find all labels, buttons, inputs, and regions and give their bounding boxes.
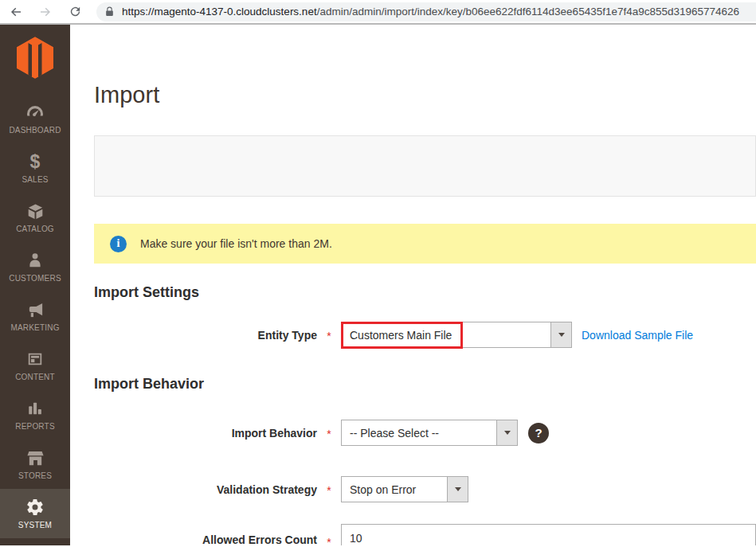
sidebar-item-label: SYSTEM — [18, 521, 52, 529]
dashboard-gauge-icon — [25, 103, 45, 122]
lock-icon — [104, 6, 115, 17]
required-asterisk: * — [317, 533, 341, 545]
back-arrow-icon — [9, 5, 23, 19]
entity-type-select[interactable]: Customers Main File — [341, 322, 572, 348]
admin-sidebar: DASHBOARD $ SALES CATALOG CUSTOMERS — [0, 25, 70, 545]
sidebar-item-label: DASHBOARD — [9, 126, 61, 135]
import-behavior-row: Import Behavior * -- Please Select -- ? — [94, 420, 756, 446]
info-icon: i — [110, 236, 127, 252]
sidebar-item-reports[interactable]: REPORTS — [0, 390, 70, 440]
help-tooltip-icon[interactable]: ? — [528, 423, 549, 443]
url-bar[interactable]: https://magento-4137-0.cloudclusters.net… — [96, 2, 756, 21]
sidebar-item-content[interactable]: CONTENT — [0, 341, 70, 390]
find-partners-cluster-icon — [25, 543, 45, 545]
forward-arrow-icon — [38, 5, 53, 19]
required-asterisk: * — [317, 327, 341, 342]
page-actions-toolbar — [94, 135, 756, 197]
catalog-box-icon — [26, 201, 45, 221]
magento-logo-icon — [17, 37, 53, 79]
sidebar-item-label: REPORTS — [15, 422, 55, 431]
import-behavior-dropdown-button[interactable] — [496, 420, 517, 445]
chevron-down-icon — [504, 431, 511, 435]
entity-type-dropdown-button[interactable] — [550, 322, 571, 347]
import-behavior-selected-value: -- Please Select -- — [342, 420, 496, 445]
sidebar-item-label: CUSTOMERS — [9, 274, 61, 283]
entity-type-selected-value: Customers Main File — [342, 322, 550, 347]
validation-strategy-row: Validation Strategy * Stop on Error — [94, 476, 756, 502]
browser-toolbar: https://magento-4137-0.cloudclusters.net… — [0, 0, 756, 25]
customers-person-icon — [26, 251, 44, 270]
reports-barchart-icon — [26, 399, 44, 418]
download-sample-file-link[interactable]: Download Sample File — [582, 329, 693, 342]
sidebar-item-stores[interactable]: STORES — [0, 440, 70, 489]
url-origin: https://magento-4137-0.cloudclusters.net — [122, 6, 317, 18]
sidebar-item-dashboard[interactable]: DASHBOARD — [0, 94, 70, 143]
allowed-errors-count-input[interactable] — [341, 524, 756, 545]
browser-forward-button[interactable] — [37, 4, 53, 20]
sidebar-item-sales[interactable]: $ SALES — [0, 143, 70, 193]
sales-dollar-icon: $ — [30, 152, 41, 171]
main-content: Import i Make sure your file isn't more … — [70, 25, 756, 545]
section-title-import-settings: Import Settings — [94, 283, 756, 301]
stores-storefront-icon — [26, 448, 45, 467]
content-layout-icon — [26, 350, 44, 369]
section-title-import-behavior: Import Behavior — [94, 375, 756, 393]
sidebar-item-label: CONTENT — [15, 373, 55, 381]
entity-type-row: Entity Type * Customers Main File Downlo… — [94, 322, 756, 348]
page-title: Import — [94, 81, 756, 109]
sidebar-item-label: CATALOG — [16, 225, 54, 233]
import-behavior-label: Import Behavior — [94, 427, 317, 440]
allowed-errors-count-label: Allowed Errors Count — [94, 533, 317, 545]
sidebar-item-system[interactable]: SYSTEM — [0, 489, 70, 538]
sidebar-item-marketing[interactable]: MARKETING — [0, 291, 70, 341]
sidebar-item-find-partners[interactable] — [0, 538, 70, 545]
magento-logo[interactable] — [17, 37, 53, 82]
sidebar-item-customers[interactable]: CUSTOMERS — [0, 242, 70, 291]
chevron-down-icon — [558, 333, 565, 337]
sidebar-item-catalog[interactable]: CATALOG — [0, 193, 70, 242]
browser-reload-button[interactable] — [67, 4, 83, 20]
reload-icon — [69, 5, 82, 18]
url-path: /admin/admin/import/index/key/b06ee622fd… — [317, 6, 739, 18]
validation-strategy-label: Validation Strategy — [94, 483, 317, 496]
required-asterisk: * — [317, 425, 341, 440]
validation-strategy-dropdown-button[interactable] — [447, 477, 468, 502]
entity-type-label: Entity Type — [94, 329, 317, 342]
validation-strategy-select[interactable]: Stop on Error — [341, 476, 468, 502]
required-asterisk: * — [317, 482, 341, 497]
allowed-errors-count-row: Allowed Errors Count * — [94, 524, 756, 545]
sidebar-item-label: MARKETING — [10, 323, 59, 332]
chevron-down-icon — [455, 487, 461, 491]
sidebar-item-label: SALES — [22, 175, 48, 184]
notice-text: Make sure your file isn't more than 2M. — [140, 237, 332, 250]
notice-banner: i Make sure your file isn't more than 2M… — [94, 224, 756, 264]
system-gear-icon — [25, 498, 45, 517]
browser-back-button[interactable] — [8, 4, 24, 20]
url-text: https://magento-4137-0.cloudclusters.net… — [122, 6, 739, 18]
sidebar-menu: DASHBOARD $ SALES CATALOG CUSTOMERS — [0, 94, 70, 545]
sidebar-item-label: STORES — [18, 471, 52, 480]
import-behavior-select[interactable]: -- Please Select -- — [341, 420, 518, 446]
validation-strategy-selected-value: Stop on Error — [342, 477, 447, 502]
marketing-megaphone-icon — [26, 300, 45, 319]
